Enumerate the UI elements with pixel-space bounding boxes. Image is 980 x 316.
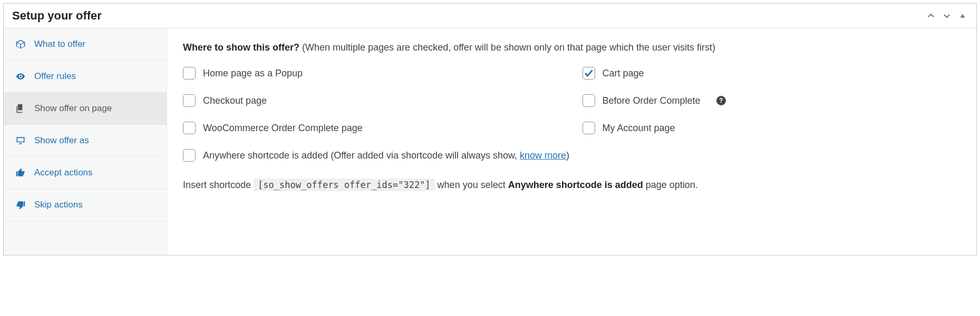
sidebar-item-label: Show offer as	[34, 135, 89, 146]
sidebar: What to offer Offer rules Show offer on …	[4, 28, 167, 255]
option-label: My Account page	[603, 123, 675, 134]
option-label-pre: Anywhere shortcode is added (Offer added…	[203, 150, 520, 161]
thumbs-up-icon	[15, 167, 26, 178]
panel-body: What to offer Offer rules Show offer on …	[4, 28, 976, 255]
sidebar-item-label: Offer rules	[34, 71, 76, 82]
panel-title: Setup your offer	[12, 9, 102, 23]
option-label: Checkout page	[203, 95, 267, 106]
shortcode-mid: when you select	[438, 180, 508, 190]
checkbox-checkout-page[interactable]	[183, 94, 196, 107]
sidebar-item-show-offer-as[interactable]: Show offer as	[4, 125, 167, 157]
monitor-icon	[15, 135, 26, 146]
option-anywhere-shortcode[interactable]: Anywhere shortcode is added (Offer added…	[183, 149, 960, 162]
option-before-order-complete[interactable]: Before Order Complete ?	[583, 94, 961, 107]
checkbox-woo-order-complete[interactable]	[183, 122, 196, 134]
sidebar-item-what-to-offer[interactable]: What to offer	[4, 28, 167, 61]
sidebar-item-offer-rules[interactable]: Offer rules	[4, 61, 167, 93]
pages-icon	[15, 103, 26, 114]
sidebar-item-label: Skip actions	[34, 200, 83, 210]
move-down-icon[interactable]	[942, 11, 952, 21]
options-grid: Home page as a Popup Cart page Checkout …	[183, 67, 960, 162]
sidebar-item-skip-actions[interactable]: Skip actions	[4, 189, 167, 221]
sidebar-item-show-on-page[interactable]: Show offer on page	[4, 93, 167, 125]
eye-icon	[15, 71, 26, 82]
shortcode-post: page option.	[646, 180, 698, 190]
svg-marker-0	[960, 14, 965, 18]
section-heading: Where to show this offer? (When multiple…	[183, 42, 960, 53]
option-label: Home page as a Popup	[203, 68, 303, 79]
checkbox-anywhere-shortcode[interactable]	[183, 149, 196, 162]
checkbox-my-account-page[interactable]	[583, 122, 595, 134]
heading-bold: Where to show this offer?	[183, 42, 299, 53]
option-label-group: Anywhere shortcode is added (Offer added…	[203, 150, 569, 161]
checkbox-cart-page[interactable]	[583, 67, 595, 80]
checkbox-home-popup[interactable]	[183, 67, 196, 80]
sidebar-item-accept-actions[interactable]: Accept actions	[4, 157, 167, 189]
option-checkout-page[interactable]: Checkout page	[183, 94, 561, 107]
know-more-link[interactable]: know more	[520, 150, 566, 161]
box-icon	[15, 39, 26, 50]
option-label: Before Order Complete	[603, 95, 701, 106]
sidebar-item-label: What to offer	[34, 39, 85, 50]
shortcode-strong: Anywhere shortcode is added	[508, 180, 643, 190]
option-my-account-page[interactable]: My Account page	[583, 122, 961, 134]
shortcode-instruction: Insert shortcode [so_show_offers offer_i…	[183, 176, 960, 193]
shortcode-code: [so_show_offers offer_ids="322"]	[254, 179, 435, 191]
option-cart-page[interactable]: Cart page	[583, 67, 961, 80]
checkbox-before-order-complete[interactable]	[583, 94, 595, 107]
heading-subtext: (When multiple pages are checked, offer …	[302, 42, 715, 53]
sidebar-item-label: Show offer on page	[34, 103, 112, 114]
option-label: Cart page	[603, 68, 644, 79]
setup-offer-panel: Setup your offer What to offer	[3, 3, 977, 255]
shortcode-pre: Insert shortcode	[183, 180, 254, 190]
help-icon[interactable]: ?	[716, 96, 726, 105]
move-up-icon[interactable]	[926, 11, 936, 21]
panel-controls	[926, 11, 968, 21]
toggle-collapse-icon[interactable]	[957, 11, 968, 21]
content-area: Where to show this offer? (When multiple…	[167, 28, 976, 255]
thumbs-down-icon	[15, 200, 26, 210]
option-woo-order-complete[interactable]: WooCommerce Order Complete page	[183, 122, 561, 134]
panel-header: Setup your offer	[4, 4, 976, 28]
option-home-popup[interactable]: Home page as a Popup	[183, 67, 561, 80]
sidebar-item-label: Accept actions	[34, 167, 93, 178]
option-label-post: )	[566, 150, 569, 161]
option-label: WooCommerce Order Complete page	[203, 123, 363, 134]
